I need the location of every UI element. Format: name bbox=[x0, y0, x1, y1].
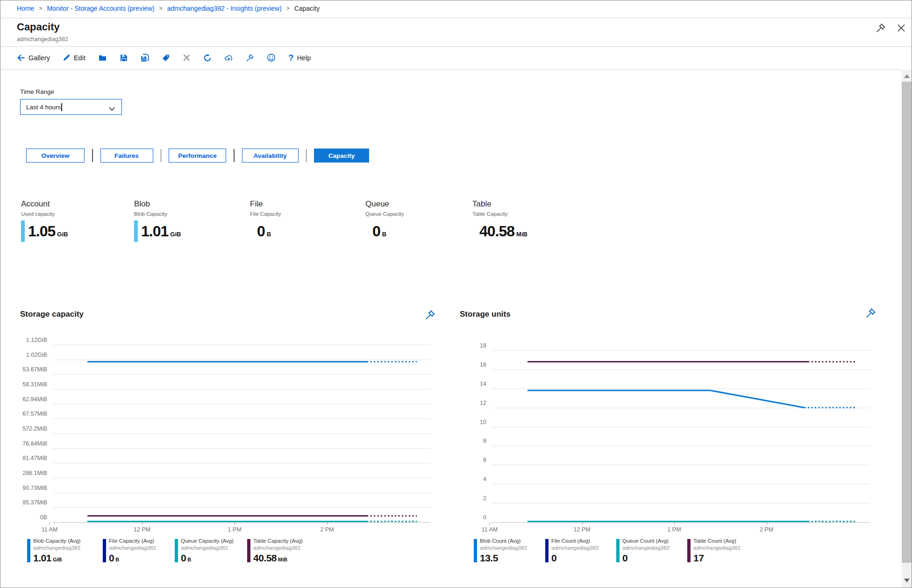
y-axis-label: 0B bbox=[5, 514, 47, 521]
gridline bbox=[492, 446, 870, 446]
x-axis-tick bbox=[327, 522, 328, 525]
x-axis-tick bbox=[490, 522, 490, 525]
gridline bbox=[492, 369, 870, 370]
breadcrumb-monitor-storage-accounts[interactable]: Monitor - Storage Accounts (preview) bbox=[47, 5, 154, 12]
open-folder-button[interactable] bbox=[98, 51, 114, 65]
pin-button[interactable] bbox=[246, 51, 261, 65]
legend-unit: B bbox=[187, 557, 191, 562]
y-axis-label: 81.47MiB bbox=[5, 455, 47, 461]
legend-item[interactable]: File Count (Avg)admchangediag3820 bbox=[545, 538, 616, 568]
x-axis-tick bbox=[674, 522, 675, 525]
y-axis-label: 67.57MiB bbox=[5, 411, 47, 417]
refresh-button[interactable] bbox=[203, 51, 218, 65]
y-axis-label: 1.02GiB bbox=[5, 352, 47, 358]
gridline bbox=[492, 408, 870, 408]
legend-resource-name: admchangediag382 bbox=[693, 545, 741, 551]
y-axis-label: 1.12GiB bbox=[5, 337, 47, 343]
blade-pin-icon[interactable] bbox=[875, 23, 886, 34]
save-copy-button[interactable] bbox=[141, 51, 156, 65]
legend-unit: GiB bbox=[53, 557, 62, 562]
divider bbox=[0, 18, 912, 18]
gridline bbox=[53, 404, 431, 404]
legend-item[interactable]: Queue Capacity (Avg)admchangediag3820B bbox=[175, 538, 246, 568]
legend-value: 40.58 bbox=[253, 553, 277, 564]
legend-item[interactable]: Table Capacity (Avg)admchangediag38240.5… bbox=[247, 538, 318, 568]
cloud-upload-icon bbox=[224, 54, 233, 62]
tab-capacity[interactable]: Capacity bbox=[314, 149, 369, 163]
card-file: File File Capacity 0 B bbox=[250, 199, 355, 242]
card-metric-name: Table Capacity bbox=[472, 211, 577, 217]
tab-failures[interactable]: Failures bbox=[100, 149, 153, 163]
legend-unit: B bbox=[115, 557, 119, 562]
legend-series-name: Queue Count (Avg) bbox=[622, 538, 669, 544]
legend-series-name: File Count (Avg) bbox=[551, 538, 590, 544]
close-icon[interactable] bbox=[896, 23, 907, 34]
legend-value: 0 bbox=[109, 553, 114, 564]
metric-unit: B bbox=[382, 231, 386, 238]
tab-performance[interactable]: Performance bbox=[169, 149, 226, 163]
legend-resource-name: admchangediag382 bbox=[181, 545, 228, 551]
legend-value-row: 0 bbox=[551, 553, 556, 564]
page-subtitle: admchangediag382 bbox=[17, 36, 68, 43]
card-blob: Blob Blob Capacity 1.01 GiB bbox=[134, 199, 239, 242]
metric-spark-bar bbox=[21, 220, 25, 242]
y-axis-label: 14 bbox=[444, 381, 486, 387]
gridline bbox=[53, 507, 431, 508]
metric-value: 0 bbox=[372, 223, 380, 240]
tag-button[interactable] bbox=[162, 51, 177, 65]
legend-value: 0 bbox=[622, 553, 627, 564]
gridline bbox=[53, 493, 431, 493]
gridline bbox=[492, 350, 870, 351]
gallery-label: Gallery bbox=[28, 54, 50, 62]
feedback-button[interactable] bbox=[267, 51, 282, 65]
legend-resource-name: admchangediag382 bbox=[253, 545, 300, 551]
card-title: Table bbox=[472, 199, 577, 209]
y-axis-label: 6 bbox=[444, 457, 486, 463]
legend-item[interactable]: Table Count (Avg)admchangediag38217 bbox=[687, 538, 758, 568]
scrollbar-thumb[interactable] bbox=[902, 82, 912, 563]
gridline bbox=[53, 360, 431, 360]
save-button[interactable] bbox=[120, 51, 135, 65]
x-axis-tick bbox=[235, 522, 235, 525]
y-axis-label: 2 bbox=[444, 495, 486, 502]
breadcrumb-home[interactable]: Home bbox=[17, 5, 34, 12]
legend-value: 0 bbox=[181, 553, 186, 564]
cloud-upload-button[interactable] bbox=[224, 51, 240, 65]
tab-availability[interactable]: Availability bbox=[242, 149, 299, 163]
capacity-blade: Home > Monitor - Storage Accounts (previ… bbox=[0, 0, 912, 588]
gridline bbox=[492, 484, 870, 484]
y-axis-label: 62.94MiB bbox=[5, 396, 47, 403]
discard-x-icon bbox=[183, 54, 191, 62]
legend-item[interactable]: Blob Capacity (Avg)admchangediag3821.01G… bbox=[27, 538, 98, 568]
x-axis-label: 12 PM bbox=[123, 526, 161, 533]
legend-item[interactable]: File Capacity (Avg)admchangediag3820B bbox=[103, 538, 174, 568]
breadcrumb: Home > Monitor - Storage Accounts (previ… bbox=[17, 5, 320, 12]
chart-pin-icon[interactable] bbox=[864, 308, 876, 320]
legend-item[interactable]: Blob Count (Avg)admchangediag38213.5 bbox=[474, 538, 545, 568]
time-range-dropdown[interactable]: Last 4 hours bbox=[20, 99, 122, 115]
legend-unit: MiB bbox=[278, 557, 287, 562]
time-range-label: Time Range bbox=[20, 88, 54, 95]
scrollbar-down-arrow-icon[interactable] bbox=[904, 579, 910, 582]
scrollbar-up-arrow-icon[interactable] bbox=[904, 74, 910, 78]
y-axis-label: 12 bbox=[444, 400, 486, 406]
card-title: File bbox=[250, 199, 355, 209]
y-axis-label: 90.73MiB bbox=[5, 485, 47, 491]
help-button[interactable]: ? Help bbox=[288, 51, 317, 65]
legend-item[interactable]: Queue Count (Avg)admchangediag3820 bbox=[616, 538, 687, 568]
tab-separator bbox=[92, 149, 93, 162]
legend-color-bar bbox=[27, 539, 30, 562]
x-axis-label: 11 AM bbox=[471, 526, 508, 533]
tab-overview[interactable]: Overview bbox=[26, 149, 85, 163]
breadcrumb-insights[interactable]: admchangediag382 - Insights (preview) bbox=[167, 5, 282, 12]
chart-title-storage-capacity: Storage capacity bbox=[20, 310, 84, 319]
chevron-down-icon bbox=[109, 106, 115, 113]
x-axis-tick bbox=[142, 522, 142, 525]
edit-button[interactable]: Edit bbox=[63, 51, 92, 65]
y-axis-label: 10 bbox=[444, 419, 486, 425]
discard-button[interactable] bbox=[183, 51, 197, 65]
view-tabs: Overview Failures Performance Availabili… bbox=[26, 149, 369, 163]
chart-pin-icon[interactable] bbox=[424, 310, 436, 322]
gridline bbox=[492, 503, 870, 503]
gallery-button[interactable]: Gallery bbox=[17, 51, 57, 65]
